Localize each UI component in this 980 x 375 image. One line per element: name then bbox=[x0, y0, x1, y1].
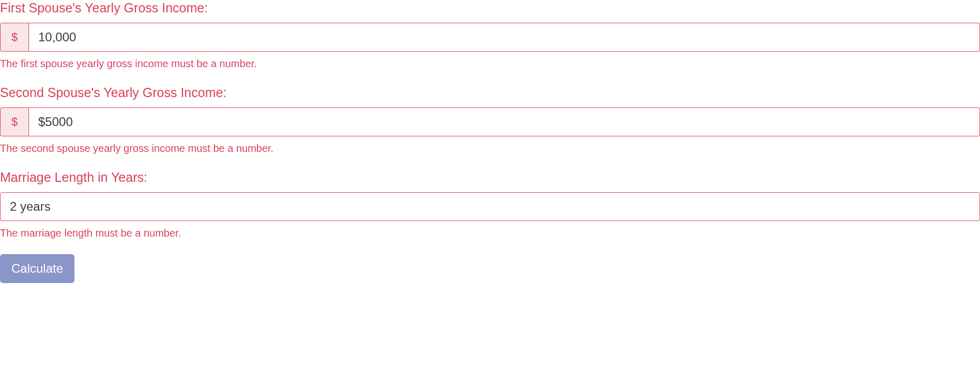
spouse2-group: Second Spouse's Yearly Gross Income: $ T… bbox=[0, 85, 980, 155]
spouse2-error-text: The second spouse yearly gross income mu… bbox=[0, 142, 980, 155]
spouse2-input-row: $ bbox=[0, 107, 980, 136]
marriage-length-error-text: The marriage length must be a number. bbox=[0, 226, 980, 240]
spouse1-group: First Spouse's Yearly Gross Income: $ Th… bbox=[0, 0, 980, 70]
marriage-length-label: Marriage Length in Years: bbox=[0, 169, 980, 185]
spouse1-label: First Spouse's Yearly Gross Income: bbox=[0, 0, 980, 15]
spouse2-income-input[interactable] bbox=[29, 107, 980, 136]
spouse1-error-text: The first spouse yearly gross income mus… bbox=[0, 57, 980, 70]
dollar-icon: $ bbox=[0, 23, 29, 52]
alimony-calculator-form: First Spouse's Yearly Gross Income: $ Th… bbox=[0, 0, 980, 283]
marriage-length-group: Marriage Length in Years: The marriage l… bbox=[0, 169, 980, 240]
spouse1-income-input[interactable] bbox=[29, 23, 980, 52]
calculate-button[interactable]: Calculate bbox=[0, 254, 74, 283]
marriage-length-input-row bbox=[0, 192, 980, 221]
spouse2-label: Second Spouse's Yearly Gross Income: bbox=[0, 85, 980, 100]
marriage-length-input[interactable] bbox=[0, 192, 980, 221]
dollar-icon: $ bbox=[0, 107, 29, 136]
spouse1-input-row: $ bbox=[0, 23, 980, 52]
